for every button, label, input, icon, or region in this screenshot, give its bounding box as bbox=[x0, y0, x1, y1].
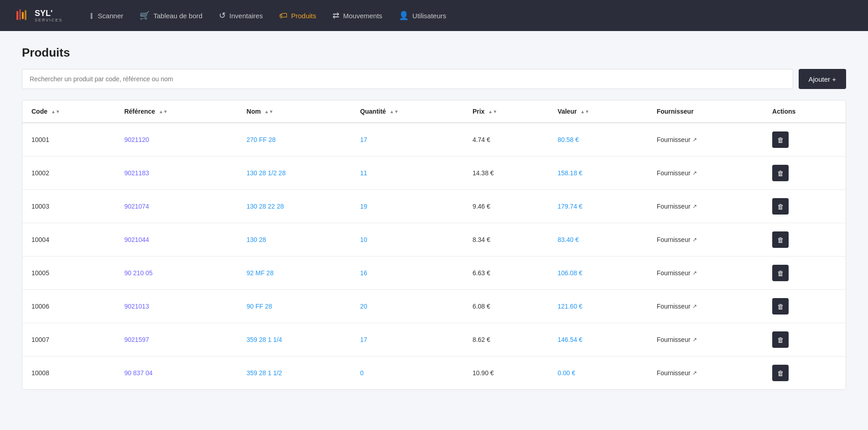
cell-nom: 130 28 22 28 bbox=[238, 190, 351, 223]
external-link-icon: ↗ bbox=[692, 203, 697, 210]
table-row: 10006 9021013 90 FF 28 20 6.08 € 121.60 … bbox=[22, 290, 846, 323]
supplier-link[interactable]: Fournisseur ↗ bbox=[657, 369, 697, 377]
products-table: Code ▲▼ Référence ▲▼ Nom ▲▼ Quantité ▲▼ bbox=[22, 100, 846, 389]
col-prix[interactable]: Prix ▲▼ bbox=[463, 100, 548, 123]
nav-item-produits[interactable]: 🏷 Produits bbox=[279, 9, 316, 22]
cell-code: 10007 bbox=[22, 323, 115, 357]
col-fournisseur: Fournisseur bbox=[648, 100, 763, 123]
cell-fournisseur: Fournisseur ↗ bbox=[648, 323, 763, 357]
cell-prix: 9.46 € bbox=[463, 190, 548, 223]
sort-valeur-icon: ▲▼ bbox=[580, 110, 589, 114]
sort-reference-icon: ▲▼ bbox=[159, 110, 168, 114]
cell-quantite: 17 bbox=[351, 323, 463, 357]
col-nom[interactable]: Nom ▲▼ bbox=[238, 100, 351, 123]
cell-actions: 🗑 bbox=[763, 123, 846, 157]
delete-button[interactable]: 🗑 bbox=[772, 165, 789, 181]
external-link-icon: ↗ bbox=[692, 270, 697, 276]
trash-icon: 🗑 bbox=[777, 336, 784, 344]
transfer-icon: ⇄ bbox=[333, 10, 339, 21]
cell-actions: 🗑 bbox=[763, 257, 846, 290]
sort-quantite-icon: ▲▼ bbox=[390, 110, 399, 114]
cell-fournisseur: Fournisseur ↗ bbox=[648, 157, 763, 190]
external-link-icon: ↗ bbox=[692, 336, 697, 343]
supplier-link[interactable]: Fournisseur ↗ bbox=[657, 303, 697, 310]
cell-fournisseur: Fournisseur ↗ bbox=[648, 123, 763, 157]
delete-button[interactable]: 🗑 bbox=[772, 131, 789, 148]
logo: SYL' SERVICES bbox=[15, 7, 62, 24]
delete-button[interactable]: 🗑 bbox=[772, 265, 789, 281]
cell-nom: 130 28 bbox=[238, 223, 351, 257]
cell-valeur: 80.58 € bbox=[548, 123, 647, 157]
add-button[interactable]: Ajouter + bbox=[799, 69, 846, 89]
cell-quantite: 19 bbox=[351, 190, 463, 223]
nav-item-scanner[interactable]: ⫿ Scanner bbox=[90, 9, 123, 22]
delete-button[interactable]: 🗑 bbox=[772, 365, 789, 381]
external-link-icon: ↗ bbox=[692, 236, 697, 243]
main-content: Produits Ajouter + Code ▲▼ Référence ▲▼ bbox=[0, 31, 868, 404]
nav-label-mouvements: Mouvements bbox=[343, 12, 382, 20]
cell-prix: 4.74 € bbox=[463, 123, 548, 157]
svg-rect-0 bbox=[16, 11, 18, 20]
cell-prix: 10.90 € bbox=[463, 357, 548, 390]
table-row: 10002 9021183 130 28 1/2 28 11 14.38 € 1… bbox=[22, 157, 846, 190]
cell-actions: 🗑 bbox=[763, 323, 846, 357]
supplier-link[interactable]: Fournisseur ↗ bbox=[657, 169, 697, 177]
table-header: Code ▲▼ Référence ▲▼ Nom ▲▼ Quantité ▲▼ bbox=[22, 100, 846, 123]
nav-item-inventaires[interactable]: ↺ Inventaires bbox=[219, 9, 263, 22]
user-icon: 👤 bbox=[399, 10, 409, 21]
cell-actions: 🗑 bbox=[763, 223, 846, 257]
delete-button[interactable]: 🗑 bbox=[772, 331, 789, 348]
delete-button[interactable]: 🗑 bbox=[772, 231, 789, 248]
table-row: 10001 9021120 270 FF 28 17 4.74 € 80.58 … bbox=[22, 123, 846, 157]
supplier-link[interactable]: Fournisseur ↗ bbox=[657, 269, 697, 277]
products-table-container: Code ▲▼ Référence ▲▼ Nom ▲▼ Quantité ▲▼ bbox=[22, 100, 846, 390]
sort-nom-icon: ▲▼ bbox=[265, 110, 274, 114]
cell-nom: 92 MF 28 bbox=[238, 257, 351, 290]
external-link-icon: ↗ bbox=[692, 370, 697, 376]
table-row: 10003 9021074 130 28 22 28 19 9.46 € 179… bbox=[22, 190, 846, 223]
navigation: SYL' SERVICES ⫿ Scanner 🛒 Tableau de bor… bbox=[0, 0, 868, 31]
col-valeur[interactable]: Valeur ▲▼ bbox=[548, 100, 647, 123]
supplier-link[interactable]: Fournisseur ↗ bbox=[657, 336, 697, 343]
page-title: Produits bbox=[22, 46, 846, 60]
cell-valeur: 146.54 € bbox=[548, 323, 647, 357]
cell-valeur: 0.00 € bbox=[548, 357, 647, 390]
table-row: 10005 90 210 05 92 MF 28 16 6.63 € 106.0… bbox=[22, 257, 846, 290]
svg-rect-2 bbox=[22, 12, 24, 19]
cell-reference: 9021183 bbox=[115, 157, 237, 190]
cell-fournisseur: Fournisseur ↗ bbox=[648, 190, 763, 223]
cell-reference: 90 210 05 bbox=[115, 257, 237, 290]
cell-reference: 9021013 bbox=[115, 290, 237, 323]
col-reference[interactable]: Référence ▲▼ bbox=[115, 100, 237, 123]
supplier-link[interactable]: Fournisseur ↗ bbox=[657, 236, 697, 243]
col-quantite[interactable]: Quantité ▲▼ bbox=[351, 100, 463, 123]
cell-fournisseur: Fournisseur ↗ bbox=[648, 223, 763, 257]
trash-icon: 🗑 bbox=[777, 269, 784, 277]
nav-item-dashboard[interactable]: 🛒 Tableau de bord bbox=[140, 9, 203, 22]
nav-label-dashboard: Tableau de bord bbox=[153, 12, 203, 20]
logo-sub: SERVICES bbox=[35, 18, 62, 22]
cell-valeur: 83.40 € bbox=[548, 223, 647, 257]
cell-valeur: 158.18 € bbox=[548, 157, 647, 190]
cell-valeur: 179.74 € bbox=[548, 190, 647, 223]
nav-item-mouvements[interactable]: ⇄ Mouvements bbox=[333, 9, 382, 22]
logo-brand: SYL' bbox=[35, 9, 52, 18]
cell-actions: 🗑 bbox=[763, 190, 846, 223]
delete-button[interactable]: 🗑 bbox=[772, 198, 789, 215]
svg-rect-3 bbox=[25, 10, 26, 20]
nav-item-utilisateurs[interactable]: 👤 Utilisateurs bbox=[399, 9, 446, 22]
cell-nom: 270 FF 28 bbox=[238, 123, 351, 157]
cell-nom: 359 28 1 1/2 bbox=[238, 357, 351, 390]
cell-nom: 90 FF 28 bbox=[238, 290, 351, 323]
nav-label-scanner: Scanner bbox=[98, 12, 123, 20]
supplier-link[interactable]: Fournisseur ↗ bbox=[657, 203, 697, 210]
search-input[interactable] bbox=[22, 69, 793, 89]
sort-code-icon: ▲▼ bbox=[51, 110, 60, 114]
supplier-link[interactable]: Fournisseur ↗ bbox=[657, 136, 697, 143]
cell-valeur: 121.60 € bbox=[548, 290, 647, 323]
delete-button[interactable]: 🗑 bbox=[772, 298, 789, 315]
col-code[interactable]: Code ▲▼ bbox=[22, 100, 115, 123]
cell-prix: 8.34 € bbox=[463, 223, 548, 257]
cell-prix: 8.62 € bbox=[463, 323, 548, 357]
cell-code: 10008 bbox=[22, 357, 115, 390]
